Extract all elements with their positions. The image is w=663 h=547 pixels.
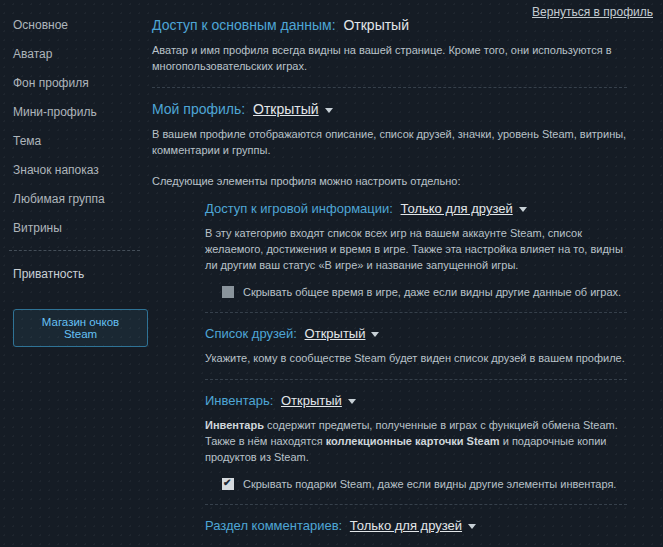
section-divider — [205, 379, 627, 380]
sidebar: Основное Аватар Фон профиля Мини-профиль… — [0, 0, 148, 347]
steam-privacy-settings-page: Основное Аватар Фон профиля Мини-профиль… — [0, 0, 663, 547]
section-inventory: Инвентарь: Открытый Инвентарь содержит п… — [205, 392, 627, 505]
section-divider — [205, 312, 627, 313]
sidebar-item-favorite-group[interactable]: Любимая группа — [13, 192, 148, 206]
basic-access-heading: Доступ к основным данным: Открытый — [152, 16, 627, 35]
chevron-down-icon — [348, 399, 356, 404]
chevron-down-icon — [325, 108, 333, 113]
game-details-description: В эту категорию входят список всех игр н… — [205, 225, 627, 273]
section-divider — [152, 87, 627, 88]
sidebar-item-general[interactable]: Основное — [13, 18, 148, 32]
basic-access-label: Доступ к основным данным: — [152, 17, 336, 33]
game-details-value: Только для друзей — [401, 201, 513, 216]
basic-access-description: Аватар и имя профиля всегда видны на ваш… — [152, 42, 627, 74]
sidebar-item-avatar[interactable]: Аватар — [13, 47, 148, 61]
inventory-visibility-dropdown[interactable]: Открытый — [281, 393, 356, 408]
hide-gifts-checkbox-row[interactable]: Скрывать подарки Steam, даже если видны … — [222, 477, 627, 491]
section-comments: Раздел комментариев: Только для друзей — [205, 517, 627, 547]
subsections: Доступ к игровой информации: Только для … — [205, 200, 627, 547]
sidebar-item-theme[interactable]: Тема — [13, 134, 148, 148]
checkbox-unchecked-icon[interactable] — [222, 286, 234, 298]
comments-label: Раздел комментариев: — [205, 518, 342, 533]
sidebar-item-mini-profile[interactable]: Мини-профиль — [13, 105, 148, 119]
my-profile-heading: Мой профиль: Открытый — [152, 100, 627, 119]
friends-list-label: Список друзей: — [205, 326, 297, 341]
hide-playtime-checkbox-row[interactable]: Скрывать общее время в игре, даже если в… — [222, 285, 627, 299]
inventory-value: Открытый — [281, 393, 342, 408]
friends-list-heading: Список друзей: Открытый — [205, 325, 627, 343]
checkbox-checked-icon[interactable] — [222, 478, 234, 490]
sidebar-item-privacy[interactable]: Приватность — [13, 267, 148, 281]
hide-playtime-checkbox-label: Скрывать общее время в игре, даже если в… — [243, 285, 621, 299]
sidebar-item-featured-badge[interactable]: Значок напоказ — [13, 163, 148, 177]
inventory-description: Инвентарь содержит предметы, полученные … — [205, 417, 627, 465]
inventory-label: Инвентарь: — [205, 393, 273, 408]
main-content: Доступ к основным данным: Открытый Авата… — [152, 16, 627, 547]
section-my-profile: Мой профиль: Открытый В вашем профиле от… — [152, 100, 627, 189]
inventory-heading: Инвентарь: Открытый — [205, 392, 627, 410]
comments-visibility-dropdown[interactable]: Только для друзей — [350, 518, 476, 533]
friends-list-description: Укажите, кому в сообществе Steam будет в… — [205, 350, 627, 366]
section-game-details: Доступ к игровой информации: Только для … — [205, 200, 627, 313]
friends-list-value: Открытый — [305, 326, 366, 341]
my-profile-note: Следующие элементы профиля можно настрои… — [152, 173, 627, 189]
chevron-down-icon — [519, 207, 527, 212]
chevron-down-icon — [371, 332, 379, 337]
section-friends-list: Список друзей: Открытый Укажите, кому в … — [205, 325, 627, 380]
sidebar-item-showcases[interactable]: Витрины — [13, 221, 148, 235]
sidebar-divider — [9, 250, 140, 251]
game-details-heading: Доступ к игровой информации: Только для … — [205, 200, 627, 218]
section-divider — [205, 504, 627, 505]
hide-gifts-checkbox-label: Скрывать подарки Steam, даже если видны … — [243, 477, 616, 491]
comments-value: Только для друзей — [350, 518, 462, 533]
my-profile-label: Мой профиль: — [152, 101, 245, 117]
my-profile-visibility-dropdown[interactable]: Открытый — [253, 101, 333, 117]
sidebar-item-profile-background[interactable]: Фон профиля — [13, 76, 148, 90]
game-details-visibility-dropdown[interactable]: Только для друзей — [401, 201, 527, 216]
friends-list-visibility-dropdown[interactable]: Открытый — [305, 326, 380, 341]
chevron-down-icon — [468, 524, 476, 529]
game-details-label: Доступ к игровой информации: — [205, 201, 393, 216]
my-profile-description: В вашем профиле отображаются описание, с… — [152, 126, 627, 158]
section-basic-access: Доступ к основным данным: Открытый Авата… — [152, 16, 627, 88]
comments-heading: Раздел комментариев: Только для друзей — [205, 517, 627, 535]
points-shop-button[interactable]: Магазин очков Steam — [13, 309, 148, 347]
my-profile-value: Открытый — [253, 101, 319, 117]
basic-access-value: Открытый — [343, 17, 409, 33]
